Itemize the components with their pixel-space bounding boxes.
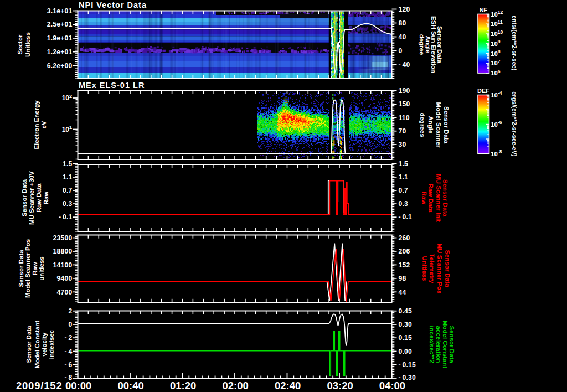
svg-text:Sensor Data: Sensor Data	[18, 250, 24, 287]
svg-text:- 4: - 4	[65, 348, 73, 355]
svg-text:Sensor Data: Sensor Data	[442, 179, 449, 217]
svg-text:4700: 4700	[57, 288, 73, 296]
svg-text:cnts/(cm**2-sr-sec): cnts/(cm**2-sr-sec)	[511, 16, 518, 71]
svg-text:Raw: Raw	[43, 192, 49, 205]
svg-text:Unitless: Unitless	[421, 256, 428, 281]
svg-text:Raw: Raw	[32, 262, 38, 275]
svg-text:120: 120	[399, 6, 410, 13]
svg-text:6.2e+00: 6.2e+00	[47, 62, 73, 70]
svg-text:0.7: 0.7	[63, 187, 73, 194]
svg-text:2: 2	[69, 307, 73, 315]
svg-text:0.30: 0.30	[399, 321, 413, 328]
svg-text:Raw Data: Raw Data	[427, 184, 434, 213]
svg-text:0.3: 0.3	[63, 200, 73, 208]
svg-text:- 40: - 40	[399, 61, 410, 69]
svg-text:23500: 23500	[53, 234, 73, 242]
svg-text:01:20: 01:20	[170, 380, 196, 391]
svg-text:9400: 9400	[57, 275, 73, 282]
svg-text:incex/sec**2: incex/sec**2	[429, 326, 435, 363]
svg-text:MU Scanner Init: MU Scanner Init	[435, 174, 442, 222]
svg-text:Unitless: Unitless	[24, 32, 31, 57]
svg-text:18800: 18800	[53, 247, 73, 255]
svg-text:2009/152: 2009/152	[16, 380, 63, 391]
svg-text:- 2: - 2	[65, 334, 73, 342]
svg-text:Model Constant: Model Constant	[442, 321, 449, 368]
svg-text:152: 152	[399, 261, 410, 269]
svg-text:0.15: 0.15	[399, 334, 413, 342]
svg-text:190: 190	[399, 87, 410, 95]
svg-text:NPI Vector Data: NPI Vector Data	[79, 1, 147, 9]
svg-text:acceleration: acceleration	[435, 326, 442, 363]
svg-text:Model Constant: Model Constant	[34, 321, 40, 368]
svg-text:1.9e+01: 1.9e+01	[47, 34, 73, 42]
svg-text:260: 260	[399, 234, 410, 242]
svg-text:1.2e+01: 1.2e+01	[47, 48, 73, 56]
svg-text:Angle: Angle	[427, 116, 434, 134]
svg-text:Raw: Raw	[421, 192, 427, 205]
svg-text:0.7: 0.7	[399, 187, 409, 194]
svg-text:0.45: 0.45	[399, 307, 413, 315]
svg-text:ergs/(cm**2-sr-sec-eV): ergs/(cm**2-sr-sec-eV)	[511, 91, 518, 157]
svg-text:Electron Energy: Electron Energy	[33, 100, 40, 149]
svg-text:30: 30	[399, 141, 406, 148]
svg-text:44: 44	[399, 288, 406, 296]
svg-text:0: 0	[69, 321, 73, 328]
svg-text:0.3: 0.3	[399, 200, 409, 208]
svg-text:80: 80	[399, 19, 406, 27]
svg-text:40: 40	[399, 33, 406, 41]
svg-text:02:40: 02:40	[275, 380, 301, 391]
svg-text:Telemetry: Telemetry	[429, 254, 435, 283]
svg-text:Model Scanner Pos: Model Scanner Pos	[24, 239, 31, 298]
svg-text:98: 98	[399, 275, 406, 282]
svg-text:Raw Data: Raw Data	[35, 183, 42, 212]
svg-text:1.5: 1.5	[63, 160, 73, 168]
svg-text:1.1: 1.1	[399, 173, 409, 181]
svg-text:Sensor Data: Sensor Data	[443, 106, 450, 144]
svg-text:Sensor Data: Sensor Data	[444, 250, 451, 287]
svg-text:degree: degree	[419, 34, 425, 55]
svg-text:MU Scanner +30V: MU Scanner +30V	[28, 171, 35, 225]
svg-text:3.1e+01: 3.1e+01	[47, 7, 73, 15]
svg-text:index/sec: index/sec	[48, 329, 55, 359]
svg-text:Model Scanner: Model Scanner	[435, 102, 442, 148]
svg-text:Sector: Sector	[17, 34, 23, 54]
svg-text:DEF: DEF	[477, 87, 489, 94]
svg-text:14100: 14100	[53, 261, 73, 269]
svg-text:03:20: 03:20	[327, 380, 353, 391]
svg-text:1.5: 1.5	[399, 160, 409, 168]
svg-text:2.5e+01: 2.5e+01	[47, 20, 73, 28]
svg-text:1.1: 1.1	[63, 173, 73, 181]
svg-text:150: 150	[399, 100, 410, 108]
svg-text:- 0.1: - 0.1	[399, 213, 412, 221]
svg-text:velocity: velocity	[41, 332, 48, 356]
svg-text:- 0.1: - 0.1	[59, 213, 72, 221]
svg-text:degrees: degrees	[419, 112, 426, 137]
svg-text:0.00: 0.00	[399, 348, 413, 355]
svg-text:- 0.15: - 0.15	[399, 361, 416, 369]
svg-text:04:00: 04:00	[379, 380, 405, 391]
svg-text:- 6: - 6	[65, 361, 73, 369]
svg-text:00:00: 00:00	[65, 380, 91, 391]
svg-text:206: 206	[399, 247, 410, 255]
svg-text:110: 110	[399, 114, 410, 122]
svg-text:Sensor Data: Sensor Data	[449, 326, 455, 363]
svg-text:02:00: 02:00	[223, 380, 249, 391]
svg-text:00:40: 00:40	[118, 380, 144, 391]
svg-text:NF: NF	[480, 7, 488, 13]
svg-text:Sensor Data: Sensor Data	[21, 179, 28, 216]
svg-text:MU Scanner Pos: MU Scanner Pos	[436, 244, 443, 294]
svg-text:eV: eV	[40, 121, 47, 128]
svg-text:0: 0	[399, 47, 403, 55]
svg-text:Sensor Data: Sensor Data	[25, 326, 32, 363]
svg-text:unitless: unitless	[38, 256, 45, 280]
svg-text:70: 70	[399, 127, 406, 135]
svg-text:MEx ELS-01 LR: MEx ELS-01 LR	[79, 81, 145, 90]
